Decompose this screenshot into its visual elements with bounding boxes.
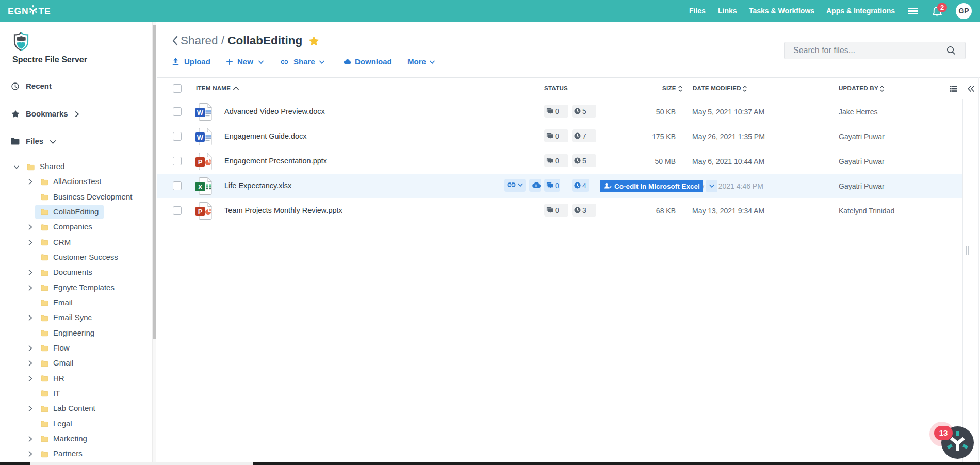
svg-text:W: W	[197, 134, 204, 141]
svg-text:P: P	[198, 158, 203, 166]
svg-text:X: X	[198, 183, 203, 191]
svg-text:W: W	[197, 109, 204, 117]
svg-text:TE: TE	[39, 6, 51, 16]
svg-text:EGN: EGN	[8, 6, 28, 16]
svg-text:P: P	[198, 208, 203, 215]
